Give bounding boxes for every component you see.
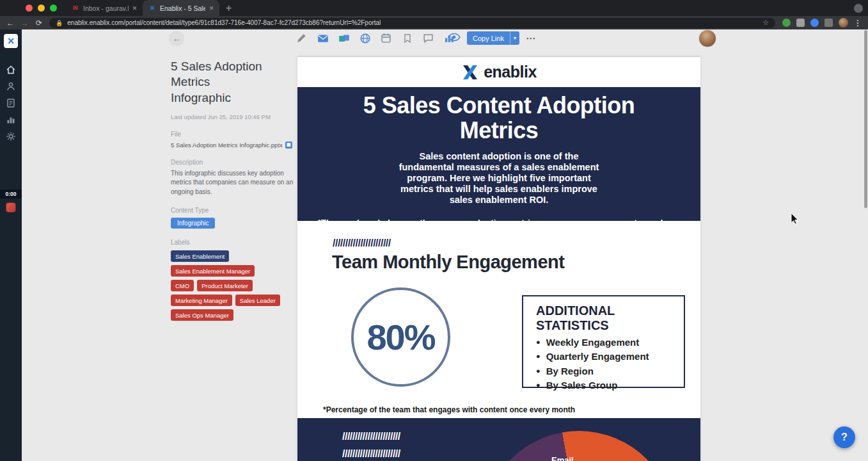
labels-section-label: Labels	[171, 239, 296, 246]
label-badge[interactable]: Marketing Manager	[171, 295, 232, 306]
browser-tab-inbox[interactable]: ✉ Inbox - gaurav.harode@enabli... ×	[66, 0, 143, 16]
additional-statistics-box: ADDITIONAL STATISTICS ● Weekly Engagemen…	[522, 295, 685, 388]
comment-icon[interactable]	[422, 32, 434, 44]
browser-avatar[interactable]	[839, 18, 848, 28]
browser-reload-button[interactable]: ⟳	[36, 19, 42, 27]
page-scrollbar[interactable]	[864, 30, 867, 208]
window-controls	[0, 4, 66, 12]
preview-eye-icon[interactable]	[448, 33, 461, 44]
label-badge[interactable]: Sales Enablement	[171, 250, 229, 262]
tab-title: Inbox - gaurav.harode@enabli...	[83, 4, 129, 12]
last-updated: Last updated Jun 25, 2019 10:46 PM	[171, 113, 296, 120]
tab-title: Enablix - 5 Sales Adoption Me...	[160, 4, 205, 12]
engagement-title: Team Monthly Engagement	[332, 252, 564, 273]
spaces-icon[interactable]	[338, 32, 350, 44]
browser-menu-icon[interactable]: ⋮	[854, 19, 862, 28]
document-preview[interactable]: enablix 5 Sales Content Adoption Metrics…	[297, 56, 700, 461]
stat-item: ● Weekly Engagement	[536, 337, 684, 348]
stats-title: ADDITIONAL STATISTICS	[536, 303, 684, 333]
file-section-label: File	[171, 131, 296, 138]
bullet-icon: ●	[536, 353, 541, 360]
label-badge[interactable]: Sales Leader	[235, 295, 280, 306]
stat-text: By Region	[546, 366, 594, 376]
content-type-section-label: Content Type	[171, 207, 296, 214]
user-avatar[interactable]	[699, 30, 716, 47]
new-tab-button[interactable]: +	[226, 3, 232, 14]
ssl-lock-icon: 🔒	[56, 20, 63, 26]
label-badge[interactable]: Sales Ops Manager	[171, 309, 233, 321]
recorder-icon[interactable]	[6, 202, 16, 213]
pie-chart	[483, 431, 675, 461]
bullet-icon: ●	[536, 382, 541, 389]
mouse-cursor	[791, 213, 800, 228]
engagement-section: /////////////////////// Team Monthly Eng…	[297, 221, 700, 418]
next-metric-section: /////////////////////// ////////////////…	[297, 418, 700, 461]
back-button[interactable]: ←	[169, 31, 184, 46]
bullet-icon: ●	[536, 339, 541, 346]
percentage-ring: 80%	[351, 287, 450, 387]
stat-text: By Sales Group	[546, 380, 618, 391]
help-button[interactable]: ?	[833, 426, 855, 448]
file-row[interactable]: 5 Sales Adoption Metrics Infographic.ppt…	[171, 142, 296, 149]
label-badges: Sales Enablement Sales Enablement Manage…	[171, 250, 281, 321]
globe-publish-icon[interactable]	[359, 32, 371, 44]
content-action-toolbar	[296, 32, 455, 44]
browser-address-bar: ← → ⟳ 🔒 enablix.enablix.com/portal/conte…	[0, 16, 868, 29]
description-section-label: Description	[171, 159, 296, 166]
doc-title: 5 Sales Content Adoption Metrics	[349, 93, 649, 143]
content-type-badge[interactable]: Infographic	[171, 218, 215, 229]
users-nav-icon[interactable]	[6, 81, 16, 92]
label-badge[interactable]: Product Marketer	[197, 280, 253, 291]
analytics-nav-icon[interactable]	[6, 115, 16, 125]
bookmark-icon[interactable]	[401, 32, 413, 44]
extension-icon-2[interactable]	[796, 19, 805, 27]
gmail-favicon-icon: ✉	[72, 4, 79, 12]
extension-icon-1[interactable]	[782, 19, 791, 27]
home-nav-icon[interactable]	[6, 65, 16, 75]
window-close-button[interactable]	[26, 4, 33, 12]
stat-text: Quarterly Engagement	[546, 351, 649, 362]
doc-intro-text: Sales content adoption is one of the fun…	[391, 151, 607, 206]
calendar-icon[interactable]	[380, 32, 392, 44]
email-icon[interactable]	[317, 32, 329, 44]
edit-pencil-icon[interactable]	[296, 32, 308, 44]
stat-item: ● Quarterly Engagement	[536, 351, 684, 362]
bookmark-star-icon[interactable]: ☆	[762, 19, 769, 27]
decorative-slashes: ///////////////////////	[333, 238, 391, 249]
description-text: This infographic discusses key adoption …	[171, 169, 296, 197]
copy-link-split-button: Copy Link ▾	[467, 31, 519, 45]
decorative-slashes: ///////////////////////	[342, 448, 400, 460]
url-text[interactable]: enablix.enablix.com/portal/content/detai…	[67, 19, 758, 26]
settings-gear-icon[interactable]	[6, 131, 16, 142]
enablix-doc-logo-icon	[461, 65, 479, 79]
enablix-logo[interactable]: ✕	[4, 34, 18, 48]
browser-window: ✉ Inbox - gaurav.harode@enabli... × ✕ En…	[0, 0, 868, 461]
content-nav-icon[interactable]	[6, 98, 16, 108]
puzzle-extensions-icon[interactable]	[825, 19, 833, 27]
window-zoom-button[interactable]	[50, 4, 57, 12]
url-omnibox[interactable]: 🔒 enablix.enablix.com/portal/content/det…	[49, 18, 775, 28]
bullet-icon: ●	[536, 368, 541, 375]
browser-tab-enablix[interactable]: ✕ Enablix - 5 Sales Adoption Me... ×	[143, 0, 219, 16]
content-detail-panel: 5 Sales Adoption Metrics Infographic Las…	[171, 59, 296, 321]
file-type-icon[interactable]: ▦	[285, 142, 292, 149]
browser-forward-button[interactable]: →	[21, 19, 29, 27]
extension-icon-3[interactable]	[810, 19, 819, 27]
window-minimize-button[interactable]	[38, 4, 45, 12]
browser-profile-icon[interactable]	[854, 4, 863, 13]
enablix-favicon-icon: ✕	[148, 4, 156, 12]
doc-brand-name: enablix	[484, 63, 537, 81]
browser-back-button[interactable]: ←	[6, 19, 14, 27]
copy-link-button[interactable]: Copy Link	[467, 31, 510, 45]
label-badge[interactable]: CMO	[171, 280, 194, 291]
label-badge[interactable]: Sales Enablement Manager	[171, 265, 255, 277]
tab-close-icon[interactable]: ×	[209, 4, 214, 13]
copy-link-dropdown[interactable]: ▾	[510, 31, 519, 45]
stat-item: ● By Sales Group	[536, 380, 684, 391]
file-name[interactable]: 5 Sales Adoption Metrics Infographic.ppt…	[171, 142, 283, 149]
doc-banner: 5 Sales Content Adoption Metrics Sales c…	[297, 87, 700, 221]
more-options-button[interactable]: ⋯	[526, 33, 536, 44]
engagement-percentage: 80%	[367, 316, 434, 358]
browser-tab-strip: ✉ Inbox - gaurav.harode@enabli... × ✕ En…	[0, 0, 868, 16]
tab-close-icon[interactable]: ×	[132, 4, 137, 13]
